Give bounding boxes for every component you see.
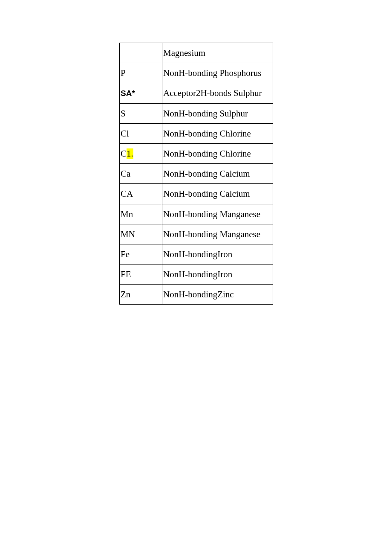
table-row: SA* Acceptor2H-bonds Sulphur	[120, 83, 273, 103]
code-text: Ca	[121, 169, 130, 179]
code-text: SA*	[121, 89, 135, 98]
table-row: Fe NonH-bondingIron	[120, 244, 273, 264]
code-cell: Mn	[120, 204, 162, 224]
code-cell: P	[120, 63, 162, 83]
desc-cell: NonH-bonding Chlorine	[162, 143, 273, 163]
page: Magnesium P NonH-bonding Phosphorus SA* …	[0, 0, 392, 555]
code-cell: FE	[120, 264, 162, 285]
desc-cell: NonH-bondingIron	[162, 244, 273, 264]
code-text: MN	[121, 229, 135, 239]
desc-cell: NonH-bondingIron	[162, 264, 273, 285]
code-cell: S	[120, 103, 162, 123]
code-cell: Fe	[120, 244, 162, 264]
table-row: Zn NonH-bondingZinc	[120, 285, 273, 305]
code-cell: Zn	[120, 285, 162, 305]
code-cell	[120, 43, 162, 63]
desc-cell: NonH-bonding Manganese	[162, 224, 273, 244]
code-text: P	[121, 68, 126, 78]
desc-cell: NonH-bonding Phosphorus	[162, 63, 273, 83]
code-text: CA	[121, 189, 133, 199]
desc-cell: NonH-bonding Manganese	[162, 204, 273, 224]
table-row: Cl NonH-bonding Chlorine	[120, 123, 273, 143]
table-row: Magnesium	[120, 43, 273, 63]
code-cell: C1.	[120, 143, 162, 163]
desc-cell: NonH-bonding Sulphur	[162, 103, 273, 123]
desc-cell: Magnesium	[162, 43, 273, 63]
code-text: Fe	[121, 249, 130, 259]
code-text: Zn	[121, 289, 130, 299]
code-cell: Cl	[120, 123, 162, 143]
code-cell: CA	[120, 184, 162, 204]
code-cell: MN	[120, 224, 162, 244]
desc-cell: Acceptor2H-bonds Sulphur	[162, 83, 273, 103]
code-text: FE	[121, 269, 131, 279]
table-row: FE NonH-bondingIron	[120, 264, 273, 285]
code-cell: SA*	[120, 83, 162, 103]
table-row: P NonH-bonding Phosphorus	[120, 63, 273, 83]
desc-cell: NonH-bonding Calcium	[162, 164, 273, 184]
atom-type-table: Magnesium P NonH-bonding Phosphorus SA* …	[119, 43, 273, 305]
table-row: S NonH-bonding Sulphur	[120, 103, 273, 123]
code-text: Mn	[121, 209, 133, 219]
code-text: C	[121, 148, 127, 159]
code-text: Cl	[121, 128, 129, 139]
desc-cell: NonH-bonding Chlorine	[162, 123, 273, 143]
table-row: Mn NonH-bonding Manganese	[120, 204, 273, 224]
code-cell: Ca	[120, 164, 162, 184]
table-row: CA NonH-bonding Calcium	[120, 184, 273, 204]
table-row: MN NonH-bonding Manganese	[120, 224, 273, 244]
code-text: S	[121, 108, 126, 119]
desc-cell: NonH-bonding Calcium	[162, 184, 273, 204]
table-row: C1. NonH-bonding Chlorine	[120, 143, 273, 163]
desc-cell: NonH-bondingZinc	[162, 285, 273, 305]
code-highlight: 1.	[127, 148, 133, 159]
table-row: Ca NonH-bonding Calcium	[120, 164, 273, 184]
